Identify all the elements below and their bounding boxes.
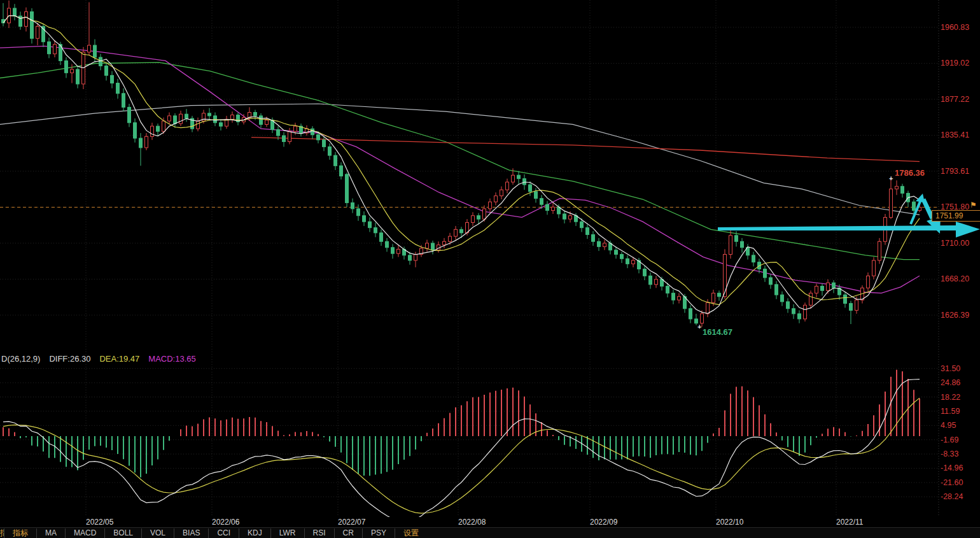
swing-high-marker: + <box>889 174 893 182</box>
svg-text:24.86: 24.86 <box>941 378 960 387</box>
svg-text:-14.96: -14.96 <box>941 464 963 472</box>
tab-vol[interactable]: VOL <box>141 528 174 538</box>
tab-boll[interactable]: BOLL <box>104 528 141 538</box>
ma30-line <box>0 46 920 293</box>
time-axis-label: 2022/08 <box>458 518 486 527</box>
tab-lwr[interactable]: LWR <box>270 528 304 538</box>
svg-text:1710.00: 1710.00 <box>941 239 969 248</box>
indicator-toolbar: 指 指标 MA MACD BOLL VOL BIAS CCI KDJ LWR R… <box>0 527 980 538</box>
time-axis-label: 2022/10 <box>716 518 743 527</box>
price-alert-flag-icon[interactable]: ⚑ <box>970 201 977 209</box>
time-axis-label: 2022/06 <box>212 518 239 527</box>
macd-indicator-header: D(26,12,9)DIFF:26.30DEA:19.47MACD:13.65 <box>1 354 205 364</box>
svg-text:-21.60: -21.60 <box>941 478 963 487</box>
svg-text:1960.83: 1960.83 <box>941 23 969 32</box>
tab-settings[interactable]: 设置 <box>395 528 427 538</box>
svg-text:-8.33: -8.33 <box>941 450 959 458</box>
svg-text:11.59: 11.59 <box>941 407 960 416</box>
tab-rsi[interactable]: RSI <box>304 528 334 538</box>
candlesticks <box>2 1 921 327</box>
tab-bias[interactable]: BIAS <box>174 528 208 538</box>
time-axis-label: 2022/11 <box>836 518 864 527</box>
swing-high-price-label: 1786.36 <box>895 168 925 178</box>
macd-axis-labels: 31.5024.8618.2211.594.95-1.69-8.33-14.96… <box>941 364 963 502</box>
time-axis-label: 2022/05 <box>86 518 113 527</box>
tab-cci[interactable]: CCI <box>208 528 239 538</box>
svg-text:1877.22: 1877.22 <box>941 95 969 104</box>
svg-text:-1.69: -1.69 <box>941 435 959 444</box>
tab-cr[interactable]: CR <box>334 528 362 538</box>
price-axis-labels: 1960.831919.021877.221835.411793.611751.… <box>941 23 969 320</box>
tab-kdj[interactable]: KDJ <box>239 528 270 538</box>
macd-histogram <box>3 370 920 478</box>
macd-value-label: MACD:13.65 <box>148 354 195 364</box>
time-axis-label: 2022/09 <box>590 518 617 527</box>
macd-params-label: D(26,12,9) <box>1 354 40 364</box>
svg-text:1919.02: 1919.02 <box>941 59 969 67</box>
svg-text:4.95: 4.95 <box>941 421 956 430</box>
current-price-tag: 1751.99 <box>932 210 980 222</box>
svg-text:1626.39: 1626.39 <box>941 311 969 320</box>
time-axis: 2022/052022/062022/072022/082022/092022/… <box>0 516 980 527</box>
tab-ma[interactable]: MA <box>36 528 65 538</box>
tab-psy[interactable]: PSY <box>362 528 395 538</box>
svg-text:1835.41: 1835.41 <box>941 131 969 139</box>
tab-indicator[interactable]: 指标 <box>4 528 36 538</box>
tab-macd[interactable]: MACD <box>65 528 104 538</box>
diff-value-label: DIFF:26.30 <box>49 354 90 364</box>
swing-low-price-label: 1614.67 <box>703 327 732 337</box>
trading-chart-window: 1960.831919.021877.221835.411793.611751.… <box>0 0 980 538</box>
time-axis-label: 2022/07 <box>338 518 365 527</box>
svg-text:1793.61: 1793.61 <box>941 167 969 176</box>
swing-low-marker: + <box>697 323 701 330</box>
svg-text:-28.24: -28.24 <box>941 492 963 501</box>
svg-text:31.50: 31.50 <box>941 364 960 373</box>
kline-macd-chart[interactable]: 1960.831919.021877.221835.411793.611751.… <box>0 0 980 527</box>
svg-text:18.22: 18.22 <box>941 393 960 402</box>
svg-text:1668.20: 1668.20 <box>941 274 969 283</box>
dea-value-label: DEA:19.47 <box>99 354 139 364</box>
ma120-line <box>0 104 920 215</box>
